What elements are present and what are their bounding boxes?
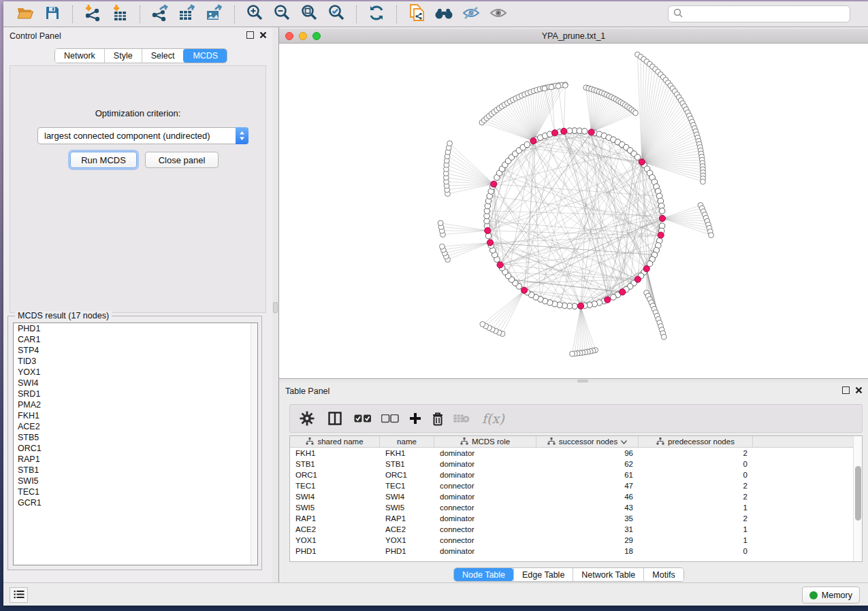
copy-style-button[interactable]	[405, 4, 428, 24]
import-table-button[interactable]	[108, 4, 131, 24]
open-file-button[interactable]	[14, 4, 37, 24]
mcds-result-item[interactable]: YOX1	[14, 367, 257, 378]
table-row[interactable]: RAP1RAP1dominator352	[290, 513, 862, 524]
network-canvas[interactable]	[279, 44, 868, 378]
table-scrollbar-thumb[interactable]	[855, 466, 861, 521]
leaf-node[interactable]	[570, 351, 575, 357]
mcds-result-item[interactable]: SWI4	[14, 378, 257, 389]
table-row[interactable]: YOX1YOX1connector291	[290, 535, 862, 546]
mcds-node[interactable]	[658, 232, 664, 238]
mcds-node[interactable]	[487, 240, 493, 246]
mcds-node[interactable]	[551, 130, 558, 136]
leaf-node[interactable]	[447, 141, 453, 146]
table-row[interactable]: SWI4SWI4dominator462	[290, 491, 862, 502]
network-node[interactable]	[524, 142, 530, 148]
task-history-button[interactable]	[10, 587, 28, 603]
column-header-successor-nodes[interactable]: successor nodes	[536, 436, 639, 447]
close-panel-icon[interactable]	[259, 31, 267, 39]
mcds-node[interactable]	[497, 262, 503, 268]
settings-gear-button[interactable]	[300, 411, 315, 426]
refresh-view-button[interactable]	[365, 4, 388, 24]
mcds-list-scrollbar[interactable]	[251, 323, 257, 565]
network-node[interactable]	[581, 129, 588, 135]
mcds-result-item[interactable]: STB5	[14, 432, 257, 443]
show-selection-button[interactable]	[487, 4, 510, 24]
save-session-button[interactable]	[41, 4, 64, 24]
table-scrollbar[interactable]	[853, 436, 862, 561]
mcds-result-item[interactable]: FKH1	[14, 410, 257, 421]
leaf-node[interactable]	[438, 220, 443, 226]
delete-column-button[interactable]	[432, 412, 444, 426]
import-network-button[interactable]	[81, 4, 104, 24]
criterion-dropdown[interactable]: largest connected component (undirected)	[37, 127, 248, 144]
tab-edge-table[interactable]: Edge Table	[513, 568, 573, 581]
export-table-button[interactable]	[176, 4, 199, 24]
mcds-result-item[interactable]: ACE2	[14, 421, 257, 432]
mcds-result-item[interactable]: SRD1	[14, 389, 257, 399]
leaf-node[interactable]	[556, 84, 561, 89]
tab-node-table[interactable]: Node Table	[454, 568, 513, 581]
mcds-result-item[interactable]: SWI5	[14, 476, 257, 486]
zoom-out-button[interactable]	[270, 4, 293, 24]
divider-grip[interactable]	[273, 302, 278, 313]
tab-style[interactable]: Style	[104, 49, 142, 63]
mcds-result-item[interactable]: PHD1	[14, 323, 257, 334]
mcds-result-item[interactable]: TEC1	[14, 486, 257, 497]
leaf-node[interactable]	[549, 84, 554, 90]
run-mcds-button[interactable]: Run MCDS	[70, 152, 137, 168]
add-column-button[interactable]	[408, 412, 422, 425]
network-node[interactable]	[634, 154, 641, 161]
mcds-node[interactable]	[530, 137, 536, 144]
leaf-node[interactable]	[701, 179, 706, 184]
mcds-node[interactable]	[561, 128, 567, 134]
mcds-result-item[interactable]: TID3	[14, 356, 257, 367]
table-row[interactable]: SWI5SWI5connector431	[290, 502, 862, 513]
tab-mcds[interactable]: MCDS	[183, 49, 227, 63]
float-panel-icon[interactable]	[246, 31, 254, 39]
mcds-node[interactable]	[588, 129, 594, 135]
tab-network-table[interactable]: Network Table	[573, 568, 643, 581]
search-binoculars-button[interactable]	[432, 4, 455, 24]
export-image-button[interactable]	[203, 4, 226, 24]
hide-selection-button[interactable]	[460, 4, 483, 24]
network-node[interactable]	[566, 128, 573, 134]
search-field[interactable]	[668, 5, 850, 22]
mcds-node[interactable]	[521, 287, 527, 293]
table-row[interactable]: STB1STB1dominator620	[290, 459, 862, 469]
split-columns-button[interactable]	[328, 412, 342, 425]
table-row[interactable]: TEC1TEC1connector472	[290, 480, 862, 491]
mcds-result-item[interactable]: STB1	[14, 465, 257, 476]
mcds-node[interactable]	[659, 215, 665, 221]
mcds-node[interactable]	[605, 297, 611, 303]
vertical-split-divider[interactable]	[272, 27, 279, 582]
column-header-predecessor-nodes[interactable]: predecessor nodes	[639, 436, 753, 447]
mcds-node[interactable]	[639, 159, 645, 165]
column-header-name[interactable]: name	[380, 436, 434, 447]
network-node[interactable]	[611, 294, 617, 300]
mcds-result-item[interactable]: ORC1	[14, 443, 257, 454]
memory-button[interactable]: Memory	[802, 587, 860, 604]
mcds-node[interactable]	[620, 289, 626, 295]
table-row[interactable]: ACE2ACE2connector311	[290, 524, 862, 535]
leaf-node[interactable]	[542, 86, 547, 91]
mcds-result-item[interactable]: STP4	[14, 345, 257, 356]
column-header-shared-name[interactable]: shared name	[290, 436, 380, 447]
export-network-button[interactable]	[148, 4, 172, 24]
node-table[interactable]: shared namenameMCDS rolesuccessor nodesp…	[289, 435, 863, 562]
leaf-node[interactable]	[480, 322, 485, 327]
network-node[interactable]	[659, 208, 665, 214]
zoom-fit-button[interactable]	[298, 4, 321, 24]
mcds-result-item[interactable]: CAR1	[14, 334, 257, 345]
float-panel-icon[interactable]	[842, 386, 850, 394]
close-panel-icon[interactable]	[855, 386, 863, 394]
mcds-result-list[interactable]: PHD1CAR1STP4TID3YOX1SWI4SRD1PMA2FKH1ACE2…	[13, 323, 258, 565]
close-panel-button[interactable]: Close panel	[145, 152, 219, 168]
mcds-node[interactable]	[634, 276, 641, 282]
tab-network[interactable]: Network	[55, 49, 104, 63]
mcds-result-item[interactable]: GCR1	[14, 497, 257, 508]
leaf-node[interactable]	[439, 244, 445, 249]
leaf-node[interactable]	[709, 233, 714, 238]
mcds-node[interactable]	[491, 181, 497, 187]
mcds-node[interactable]	[577, 303, 583, 309]
select-all-columns-button[interactable]	[354, 414, 372, 423]
